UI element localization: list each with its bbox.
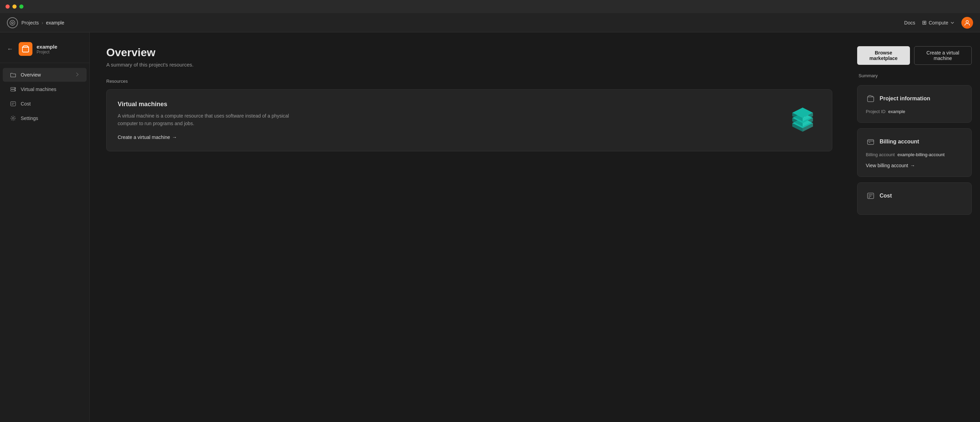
compute-menu[interactable]: ⊞ Compute [922,19,955,26]
svg-point-8 [12,117,14,119]
project-name: example [37,44,57,50]
project-info-title: Project information [880,95,930,102]
vm-illustration: VM [787,104,818,136]
compute-label: Compute [929,20,948,25]
project-info-card: Project information Project ID example [857,85,972,123]
vm-card-description: A virtual machine is a compute resource … [118,112,290,128]
folder-icon [10,71,17,78]
top-nav: Projects › example Docs ⊞ Compute [0,13,980,32]
create-vm-link-label: Create a virtual machine [118,135,170,140]
sidebar-project-header: ← example Project [0,38,89,63]
project-icon [19,42,32,56]
vm-resource-card: Virtual machines A virtual machine is a … [106,89,832,151]
nav-right: Docs ⊞ Compute [904,17,973,29]
create-vm-button[interactable]: Create a virtual machine [914,46,972,65]
summary-label: Summary [857,73,972,78]
sidebar-item-cost[interactable]: Cost [3,97,87,111]
view-billing-label: View billing account [866,163,908,168]
project-info-card-header: Project information [866,94,963,103]
maximize-button[interactable] [19,5,24,9]
billing-account-value: example-billing-account [897,152,945,157]
sidebar-item-virtual-machines[interactable]: Virtual machines [3,82,87,96]
sidebar-nav: Overview Virtual machines [0,66,89,127]
user-avatar[interactable] [961,17,973,29]
breadcrumb-current: example [46,20,64,25]
svg-rect-20 [867,193,874,198]
back-button[interactable]: ← [7,46,13,53]
svg-point-0 [10,20,15,25]
cost-card: Cost [857,182,972,215]
settings-icon [10,115,17,122]
sidebar-vm-label: Virtual machines [21,87,56,92]
compute-grid-icon: ⊞ [922,19,926,26]
nav-left: Projects › example [7,17,64,28]
billing-card-header: Billing account [866,137,963,146]
breadcrumb-root[interactable]: Projects [21,20,39,25]
chevron-down-icon [950,21,955,25]
billing-title: Billing account [880,139,919,145]
sidebar-item-overview[interactable]: Overview [3,68,87,82]
close-button[interactable] [6,5,10,9]
arrow-right-billing-icon: → [910,163,915,168]
project-id-label: Project ID [866,109,885,114]
app-logo[interactable] [7,17,18,28]
view-billing-link[interactable]: View billing account → [866,163,963,168]
billing-account-row: Billing account example-billing-account [866,152,963,157]
svg-rect-7 [11,102,16,106]
minimize-button[interactable] [13,5,17,9]
project-folder-icon [866,94,875,103]
project-id-row: Project ID example [866,109,963,114]
project-id-value: example [888,109,905,114]
title-bar [0,0,980,13]
svg-point-1 [11,22,13,24]
chevron-right-icon [75,72,80,78]
sidebar-cost-label: Cost [21,101,31,106]
cost-icon [10,100,17,107]
cost-card-header: Cost [866,191,963,201]
sidebar-settings-label: Settings [21,116,38,121]
svg-point-2 [966,21,969,23]
project-type: Project [37,50,57,54]
arrow-right-icon: → [172,135,177,140]
server-icon [10,86,17,93]
action-buttons: Browse marketplace Create a virtual mach… [857,46,972,65]
main-content: Overview A summary of this project's res… [90,32,849,422]
vm-card-title: Virtual machines [118,101,821,108]
cost-summary-icon [866,191,875,201]
billing-account-card: Billing account Billing account example-… [857,128,972,177]
page-subtitle: A summary of this project's resources. [106,62,832,68]
browse-marketplace-button[interactable]: Browse marketplace [857,46,910,65]
billing-account-label: Billing account [866,152,895,157]
breadcrumb-separator: › [42,20,43,25]
sidebar-overview-label: Overview [21,72,41,78]
main-layout: ← example Project Overview [0,32,980,422]
resources-section-label: Resources [106,79,832,84]
sidebar-item-settings[interactable]: Settings [3,111,87,125]
page-title: Overview [106,46,832,59]
right-panel: Browse marketplace Create a virtual mach… [849,32,980,422]
svg-rect-19 [867,140,874,144]
billing-icon [866,137,875,146]
create-vm-card-link[interactable]: Create a virtual machine → [118,135,821,140]
vm-card-content: Virtual machines A virtual machine is a … [118,101,821,140]
cost-title: Cost [880,193,892,199]
content-area: Overview A summary of this project's res… [90,32,980,422]
project-info: example Project [37,44,57,54]
svg-point-6 [15,90,16,91]
sidebar: ← example Project Overview [0,32,90,422]
svg-point-5 [15,88,16,89]
docs-link[interactable]: Docs [904,20,915,25]
breadcrumb: Projects › example [21,20,64,25]
